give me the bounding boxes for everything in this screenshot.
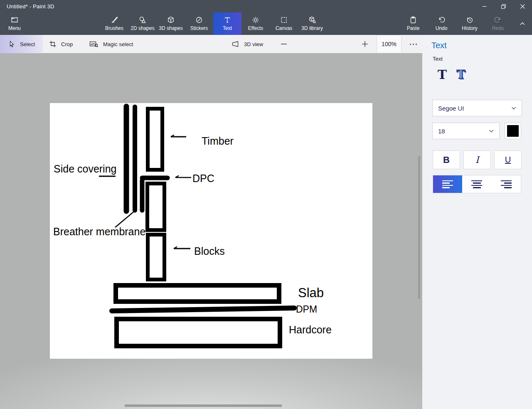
paste-button[interactable]: Paste (399, 12, 427, 35)
zoom-out-button[interactable] (279, 40, 288, 48)
font-size-value: 18 (433, 128, 488, 135)
bold-label: B (443, 155, 450, 165)
3d-text-button[interactable]: T (453, 67, 469, 82)
current-color-swatch (507, 125, 519, 137)
font-family-dropdown[interactable]: Segoe UI (432, 100, 522, 116)
titlebar: Untitled* - Paint 3D (0, 0, 532, 12)
label-dpc: DPC (192, 172, 214, 185)
close-button[interactable] (513, 0, 532, 12)
2d-text-icon: T (438, 67, 447, 82)
tab-label: Canvas (276, 25, 293, 31)
italic-button[interactable]: I (463, 150, 491, 169)
effects-sun-icon (251, 16, 260, 24)
blocks-rect (148, 235, 165, 280)
brush-icon (110, 16, 118, 24)
ellipsis-icon (416, 44, 417, 45)
main-toolbar: Menu Brushes 2D shapes 3D shapes Sticker… (0, 12, 532, 35)
menu-label: Menu (8, 25, 21, 31)
3d-library-icon (308, 16, 316, 24)
align-center-icon (471, 180, 482, 188)
text-icon (223, 16, 232, 24)
action-label: History (462, 25, 477, 31)
dpm-bar (112, 308, 294, 311)
tab-label: Text (223, 25, 232, 31)
paste-clipboard-icon (409, 16, 417, 24)
text-color-picker[interactable] (505, 123, 521, 139)
label-side-covering: Side covering (54, 163, 116, 175)
collapse-ribbon-button[interactable] (515, 12, 530, 35)
align-right-button[interactable] (492, 175, 521, 193)
history-clock-icon (466, 16, 474, 24)
crop-label: Crop (61, 41, 73, 47)
bold-button[interactable]: B (433, 150, 460, 169)
align-center-button[interactable] (462, 175, 491, 193)
slab-rect (116, 286, 279, 302)
italic-label: I (475, 155, 479, 165)
redo-button[interactable]: Redo (484, 12, 512, 35)
canvas-icon (280, 16, 288, 24)
3d-view-label: 3D view (244, 41, 263, 47)
tab-stickers[interactable]: Stickers (185, 12, 213, 35)
text-section-label: Text (433, 56, 443, 62)
minimize-button[interactable] (475, 0, 494, 12)
tab-effects[interactable]: Effects (241, 12, 270, 35)
align-right-icon (501, 180, 512, 188)
tool-options-ribbon: Select Crop Magic select 3D view 100% (0, 35, 422, 53)
stickers-icon (195, 16, 203, 24)
horizontal-scrollbar[interactable] (125, 404, 282, 407)
tab-label: 3D shapes (159, 25, 182, 31)
tab-brushes[interactable]: Brushes (100, 12, 128, 35)
label-hardcore: Hardcore (289, 324, 332, 336)
label-slab: Slab (298, 286, 324, 301)
menu-folder-icon (10, 16, 19, 24)
font-size-dropdown[interactable]: 18 (432, 123, 500, 139)
menu-button[interactable]: Menu (5, 12, 24, 35)
action-label: Redo (492, 25, 504, 31)
label-breather-membrane: Breather membrane (53, 226, 145, 238)
minus-icon (280, 40, 288, 48)
zoom-level-display[interactable]: 100% (377, 35, 401, 53)
vertical-scrollbar[interactable] (418, 156, 420, 299)
align-left-button[interactable] (433, 175, 462, 193)
tab-label: Brushes (105, 25, 123, 31)
restore-button[interactable] (494, 0, 513, 12)
redo-icon (494, 16, 502, 24)
action-group: Paste Undo History Redo (399, 12, 512, 35)
chevron-up-icon (519, 20, 526, 27)
3d-view-icon (231, 40, 239, 48)
tool-group: Brushes 2D shapes 3D shapes Stickers Tex… (100, 12, 326, 35)
underline-button[interactable]: U (494, 150, 522, 169)
tab-3d-library[interactable]: 3D library (298, 12, 326, 35)
2d-text-button[interactable]: T (435, 67, 450, 82)
alignment-group (433, 175, 521, 193)
zoom-in-button[interactable] (360, 40, 370, 48)
paint3d-window: Untitled* - Paint 3D Menu Brushes 2D sha… (0, 0, 532, 409)
action-label: Undo (436, 25, 448, 31)
undo-button[interactable]: Undo (427, 12, 456, 35)
chevron-down-icon (488, 128, 494, 134)
more-options-button[interactable] (404, 35, 422, 53)
3d-view-button[interactable]: 3D view (231, 35, 263, 53)
tab-3d-shapes[interactable]: 3D shapes (157, 12, 185, 35)
crop-button[interactable]: Crop (49, 35, 73, 53)
action-label: Paste (407, 25, 420, 31)
history-button[interactable]: History (456, 12, 484, 35)
panel-title: Text (431, 41, 447, 50)
tab-2d-shapes[interactable]: 2D shapes (128, 12, 157, 35)
2d-shapes-icon (138, 16, 147, 24)
underline-label: U (505, 155, 511, 165)
chevron-down-icon (511, 105, 517, 111)
font-family-value: Segoe UI (433, 105, 511, 112)
select-button[interactable]: Select (0, 35, 43, 53)
tab-label: Effects (248, 25, 263, 31)
tab-canvas[interactable]: Canvas (270, 12, 298, 35)
cursor-icon (8, 40, 15, 48)
drawing-canvas[interactable]: Side covering Timber DPC Breather membra… (50, 103, 372, 359)
upper-block-rect (148, 184, 165, 230)
tab-text[interactable]: Text (213, 12, 241, 35)
3d-shapes-icon (167, 16, 175, 24)
tab-label: 3D library (301, 25, 323, 31)
restore-icon (501, 4, 506, 9)
select-label: Select (20, 41, 35, 47)
magic-select-button[interactable]: Magic select (89, 35, 133, 53)
